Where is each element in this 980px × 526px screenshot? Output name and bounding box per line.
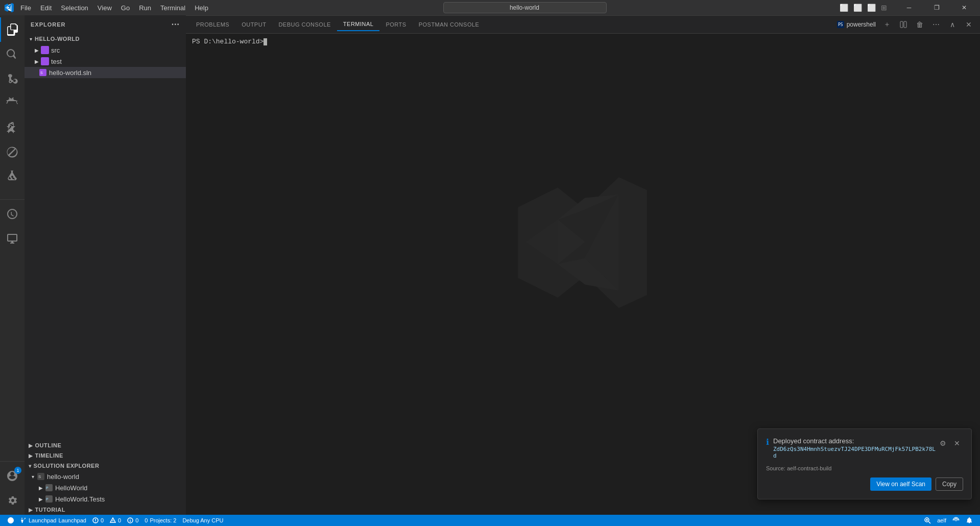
solution-item-hello-world[interactable]: ▾ S hello-world [25,471,186,482]
src-label: src [51,46,60,54]
terminal-cursor [264,38,267,45]
outline-label: OUTLINE [35,442,62,448]
menu-go[interactable]: Go [117,3,134,13]
warning-status-icon [110,517,116,523]
outline-section[interactable]: ▶ OUTLINE [25,440,186,450]
tutorial-section[interactable]: ▶ TUTORIAL [25,505,186,515]
activity-item-remote[interactable] [0,140,25,164]
svg-point-14 [95,521,96,522]
statusbar-info-item[interactable]: 0 [124,515,141,526]
activity-bar: 1 [0,15,25,515]
panel-center-icon[interactable]: ⬜ [851,2,864,14]
activity-item-explorer[interactable] [0,17,25,42]
statusbar-errors-item[interactable]: 0 [89,515,107,526]
menu-selection[interactable]: Selection [57,3,92,13]
statusbar-aelf-item[interactable]: aelf [934,515,949,526]
menu-run[interactable]: Run [135,3,155,13]
notification-header: ℹ Deployed contract address: ZdD6zQs3N4H… [766,437,963,459]
powershell-indicator: PS powershell [836,20,876,29]
tab-problems[interactable]: PROBLEMS [190,18,235,31]
menu-terminal[interactable]: Terminal [156,3,189,13]
activity-item-remote-explorer[interactable] [0,226,25,251]
statusbar-bell-item[interactable] [963,515,976,526]
activity-item-search[interactable] [0,42,25,66]
sidebar-more-button[interactable]: ⋯ [171,19,180,29]
panel-left-icon[interactable]: ⬜ [838,2,850,14]
search-input[interactable] [443,2,607,13]
solution-explorer-label: SOLUTION EXPLORER [34,463,100,469]
copy-button[interactable]: Copy [936,477,963,491]
split-terminal-button[interactable] [896,17,911,32]
statusbar-launchpad-item[interactable]: Launchpad Launchpad [17,515,89,526]
notification-actions: View on aelf Scan Copy [766,477,963,491]
activity-item-extensions[interactable] [0,115,25,140]
view-on-aelf-scan-button[interactable]: View on aelf Scan [870,477,931,491]
tree-item-test[interactable]: ▶ test [25,56,186,67]
restore-button[interactable]: ❐ [925,0,948,15]
search-area: 🔍 [212,2,838,13]
statusbar-debug-item[interactable]: Debug Any CPU [179,515,226,526]
account-badge: 1 [14,467,21,474]
solution-item-helloworld[interactable]: ▶ P HelloWorld [25,482,186,493]
tab-ports[interactable]: PORTS [379,18,412,31]
minimize-button[interactable]: ─ [897,0,921,15]
launchpad-label: Launchpad [29,517,56,523]
statusbar-projects-item[interactable]: 0 Projects: 2 [141,515,179,526]
activity-item-settings[interactable] [0,488,25,513]
panel-right-icon[interactable]: ⬜ [865,2,878,14]
solution-item-helloworld-tests[interactable]: ▶ P HelloWorld.Tests [25,493,186,505]
activity-item-testing[interactable] [0,164,25,189]
helloworld-label: HelloWorld [55,484,87,492]
chevron-right-icon: ▶ [37,495,45,503]
tree-item-src[interactable]: ▶ src [25,44,186,56]
info-icon: ℹ [766,437,769,447]
sidebar-sections: ▶ OUTLINE ▶ TIMELINE ▾ SOLUTION EXPLORER… [25,440,186,515]
notification-close-button[interactable]: ✕ [951,437,963,449]
gpt-icon [6,208,18,220]
debug-config-label: Debug Any CPU [182,517,223,523]
warning-count: 0 [118,517,121,523]
tab-postman-console[interactable]: POSTMAN CONSOLE [413,18,486,31]
explorer-icon [7,23,19,36]
bell-icon [966,517,973,524]
tab-output[interactable]: OUTPUT [235,18,272,31]
notification-content: Deployed contract address: ZdD6zQs3N4Hmn… [773,437,937,459]
broadcast-icon [952,517,960,524]
activity-item-source-control[interactable] [0,66,25,91]
info-count: 0 [135,517,138,523]
menu-help[interactable]: Help [190,3,212,13]
menu-view[interactable]: View [93,3,116,13]
close-button[interactable]: ✕ [952,0,976,15]
project-icon: P [45,484,53,492]
menu-file[interactable]: File [16,3,35,13]
activity-item-gpt[interactable] [0,202,25,226]
more-terminal-button[interactable]: ⋯ [929,17,943,32]
layout-icon[interactable]: ⊞ [879,2,889,14]
activity-item-run-debug[interactable] [0,91,25,115]
titlebar: File Edit Selection View Go Run Terminal… [0,0,980,15]
tab-debug-console[interactable]: DEBUG CONSOLE [272,18,337,31]
statusbar-zoom-item[interactable] [921,515,934,526]
statusbar-remote-item[interactable] [4,515,17,526]
vscode-logo-icon [4,3,14,13]
timeline-section[interactable]: ▶ TIMELINE [25,450,186,461]
tree-root-hello-world[interactable]: ▾ HELLO-WORLD [25,33,186,44]
statusbar-broadcast-item[interactable] [949,515,963,526]
tutorial-label: TUTORIAL [35,507,65,513]
kill-terminal-button[interactable]: 🗑 [913,17,927,32]
tab-terminal[interactable]: TERMINAL [337,18,380,31]
notification-settings-button[interactable]: ⚙ [937,437,949,449]
solution-label: hello-world [47,473,79,481]
solution-icon: S [37,472,45,481]
menu-edit[interactable]: Edit [36,3,56,13]
statusbar-warnings-item[interactable]: 0 [107,515,124,526]
close-panel-button[interactable]: ✕ [962,17,976,32]
statusbar-launchpad-text: Launchpad [58,517,86,523]
test-folder-icon [41,57,49,65]
tree-item-sln[interactable]: S hello-world.sln [25,67,186,78]
svg-text:S: S [38,474,41,479]
maximize-panel-button[interactable]: ∧ [945,17,960,32]
add-terminal-button[interactable]: ＋ [880,17,894,32]
activity-item-account[interactable]: 1 [0,464,25,488]
solution-explorer-section[interactable]: ▾ SOLUTION EXPLORER [25,461,186,471]
